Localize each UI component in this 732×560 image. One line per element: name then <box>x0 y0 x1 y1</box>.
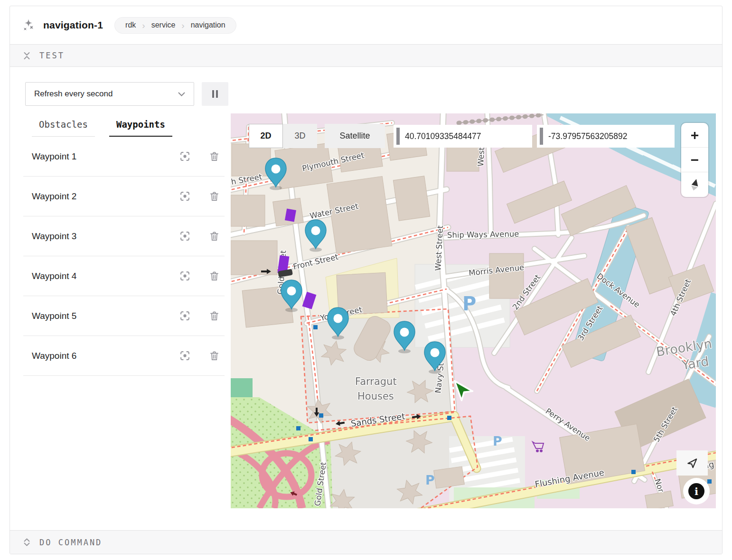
pause-icon <box>211 90 219 98</box>
obstacle <box>285 208 296 222</box>
refresh-rate-select[interactable]: Refresh every second <box>25 82 194 106</box>
waypoint-row: Waypoint 4 <box>23 256 225 296</box>
breadcrumb-item: rdk <box>125 21 136 29</box>
locate-icon <box>686 457 698 469</box>
delete-waypoint-button[interactable] <box>208 191 220 202</box>
waypoint-row: Waypoint 1 <box>23 137 225 177</box>
focus-icon <box>179 310 190 321</box>
parking-icon: P <box>425 473 435 487</box>
collapse-icon <box>22 51 31 60</box>
waypoints-panel: Obstacles Waypoints Waypoint 1 Waypoint … <box>10 106 225 376</box>
attribution-button[interactable]: i <box>683 478 710 504</box>
longitude-input[interactable]: -73.97957563205892 <box>537 125 675 148</box>
pause-button[interactable] <box>202 82 228 106</box>
street-label: West <box>476 147 486 167</box>
header: navigation-1 rdk › service › navigation <box>10 6 722 44</box>
trash-icon <box>209 231 219 242</box>
focus-icon <box>179 231 190 242</box>
focus-waypoint-button[interactable] <box>179 191 190 202</box>
compass-icon <box>689 178 701 191</box>
compass-button[interactable] <box>681 172 708 197</box>
zoom-in-icon: + <box>691 127 699 143</box>
trash-icon <box>209 311 219 321</box>
delete-waypoint-button[interactable] <box>208 231 220 242</box>
refresh-controls: Refresh every second <box>10 67 722 106</box>
delete-waypoint-button[interactable] <box>208 151 220 162</box>
map[interactable]: Plymouth Street h Street Water Street Fr… <box>231 113 716 508</box>
tab-waypoints[interactable]: Waypoints <box>109 119 172 137</box>
breadcrumb-item: service <box>151 21 176 29</box>
waypoint-name: Waypoint 1 <box>32 151 161 162</box>
latitude-input[interactable]: 40.70109335484477 <box>394 125 532 148</box>
zoom-out-icon: − <box>691 152 699 168</box>
delete-waypoint-button[interactable] <box>208 271 220 282</box>
waypoint-row: Waypoint 3 <box>23 216 225 256</box>
focus-waypoint-button[interactable] <box>179 350 190 362</box>
parking-icon: P <box>462 293 476 315</box>
trash-icon <box>209 191 219 202</box>
page-title: navigation-1 <box>43 19 103 31</box>
focus-icon <box>179 191 190 202</box>
refresh-rate-value: Refresh every second <box>34 89 113 99</box>
waypoint-name: Waypoint 5 <box>32 311 161 321</box>
mode-2d-button[interactable]: 2D <box>249 124 283 148</box>
longitude-value: -73.97957563205892 <box>548 131 627 141</box>
breadcrumb-item: navigation <box>191 21 225 29</box>
main-content: Obstacles Waypoints Waypoint 1 Waypoint … <box>10 106 722 508</box>
test-section-bar[interactable]: TEST <box>10 44 722 67</box>
drag-handle[interactable] <box>396 128 400 145</box>
breadcrumb: rdk › service › navigation <box>114 17 236 34</box>
place-label: Farragut <box>355 376 397 387</box>
focus-icon <box>179 271 190 281</box>
info-icon: i <box>688 483 704 499</box>
chevron-right-icon: › <box>136 21 151 30</box>
tab-bar: Obstacles Waypoints <box>23 106 225 137</box>
street-label: Ship Ways Avenue <box>447 229 519 240</box>
latitude-value: 40.70109335484477 <box>405 131 481 141</box>
waypoint-row: Waypoint 6 <box>23 336 225 376</box>
focus-icon <box>179 151 190 162</box>
navigation-card: navigation-1 rdk › service › navigation … <box>9 6 723 554</box>
chevron-down-icon <box>178 92 185 96</box>
waypoint-name: Waypoint 4 <box>32 271 161 281</box>
focus-waypoint-button[interactable] <box>179 310 190 322</box>
test-section-label: TEST <box>39 51 65 60</box>
waypoint-row: Waypoint 5 <box>23 296 225 336</box>
tab-obstacles[interactable]: Obstacles <box>32 119 95 137</box>
delete-waypoint-button[interactable] <box>208 350 220 362</box>
waypoint-row: Waypoint 2 <box>23 177 225 216</box>
trash-icon <box>209 351 219 361</box>
trash-icon <box>209 151 219 162</box>
chevron-right-icon: › <box>175 21 190 30</box>
expand-icon <box>22 538 31 547</box>
waypoint-name: Waypoint 3 <box>32 231 161 242</box>
waypoint-pin[interactable] <box>305 220 326 252</box>
sparkles-icon <box>21 19 36 32</box>
focus-waypoint-button[interactable] <box>179 231 190 242</box>
focus-waypoint-button[interactable] <box>179 271 190 282</box>
locate-button[interactable] <box>676 450 708 476</box>
map-mode-toggle: 2D 3D <box>249 124 317 148</box>
waypoint-name: Waypoint 6 <box>32 351 161 361</box>
mode-3d-button[interactable]: 3D <box>283 124 317 148</box>
zoom-out-button[interactable]: − <box>681 148 708 172</box>
map-zoom-controls: + − <box>681 123 708 197</box>
do-command-section-bar[interactable]: DO COMMAND <box>10 530 722 554</box>
trash-icon <box>209 271 219 281</box>
parking-icon: P <box>493 434 502 448</box>
map-canvas: Plymouth Street h Street Water Street Fr… <box>231 113 716 508</box>
focus-waypoint-button[interactable] <box>179 151 190 162</box>
place-label: Houses <box>357 391 394 402</box>
focus-icon <box>179 350 190 361</box>
do-command-label: DO COMMAND <box>39 538 102 547</box>
zoom-in-button[interactable]: + <box>681 123 708 148</box>
delete-waypoint-button[interactable] <box>208 310 220 322</box>
drag-handle[interactable] <box>540 128 543 145</box>
waypoint-name: Waypoint 2 <box>32 191 161 202</box>
satellite-button[interactable]: Satellite <box>325 124 385 148</box>
